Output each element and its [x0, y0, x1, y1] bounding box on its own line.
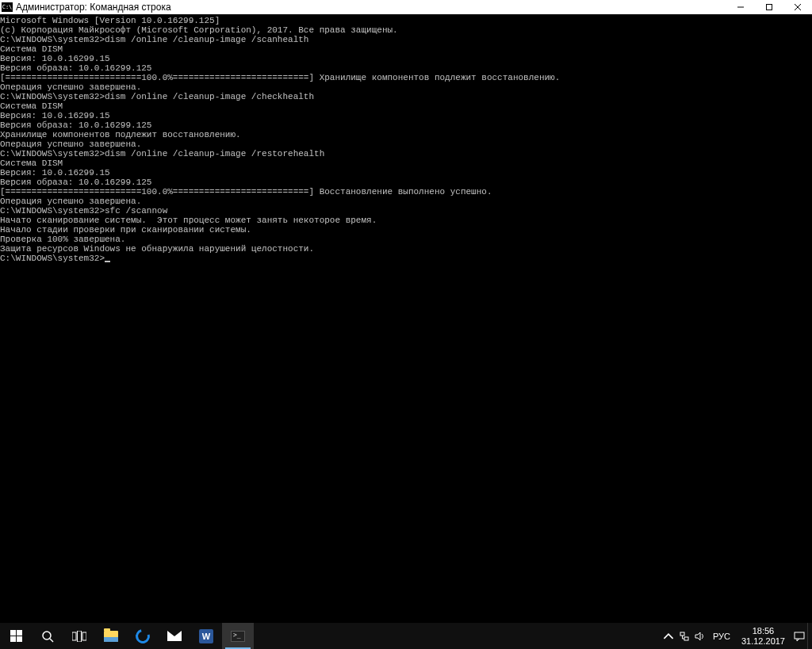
console-line: Хранилище компонентов подлежит восстанов… [0, 130, 812, 139]
svg-marker-13 [695, 632, 700, 640]
console-line: Версия образа: 10.0.16299.125 [0, 178, 812, 187]
taskbar-app-word[interactable]: W [190, 623, 222, 649]
svg-rect-8 [82, 632, 86, 640]
tray-date: 31.12.2017 [741, 636, 785, 647]
search-button[interactable] [32, 623, 63, 649]
show-desktop-button[interactable] [807, 623, 812, 649]
console-line: Проверка 100% завершена. [0, 235, 812, 244]
minimize-button[interactable] [726, 0, 755, 14]
close-button[interactable] [783, 0, 812, 14]
console-line: Microsoft Windows [Version 10.0.16299.12… [0, 16, 812, 25]
console-line: Операция успешно завершена. [0, 197, 812, 206]
console-line: Версия образа: 10.0.16299.125 [0, 120, 812, 130]
svg-point-4 [43, 632, 51, 639]
console-line: C:\WINDOWS\system32>sfc /scannow [0, 206, 812, 216]
tray-action-center-button[interactable] [791, 623, 807, 649]
svg-rect-1 [767, 5, 772, 10]
taskbar: W РУС 18:56 31.12.2017 [0, 623, 812, 649]
file-explorer-icon [104, 631, 118, 642]
tray-network-button[interactable] [676, 623, 692, 649]
network-icon [679, 631, 690, 642]
chevron-up-icon [663, 631, 674, 642]
tray-clock[interactable]: 18:56 31.12.2017 [735, 626, 791, 647]
word-icon: W [199, 629, 213, 643]
console-line: C:\WINDOWS\system32>dism /online /cleanu… [0, 92, 812, 101]
tray-language-button[interactable]: РУС [708, 632, 735, 641]
window-title: Администратор: Командная строка [16, 2, 171, 13]
console-line: Версия: 10.0.16299.15 [0, 168, 812, 178]
titlebar[interactable]: C:\ Администратор: Командная строка [0, 0, 812, 14]
console-line: [==========================100.0%=======… [0, 73, 812, 82]
console-line: (c) Корпорация Майкрософт (Microsoft Cor… [0, 25, 812, 35]
task-view-icon [72, 631, 86, 642]
tray-volume-button[interactable] [692, 623, 708, 649]
svg-rect-7 [78, 631, 82, 642]
tray-overflow-button[interactable] [661, 623, 676, 649]
console-line: C:\WINDOWS\system32>dism /online /cleanu… [0, 35, 812, 44]
console-line: Cистема DISM [0, 101, 812, 111]
svg-rect-6 [72, 632, 76, 640]
notification-icon [794, 631, 805, 642]
taskbar-right: РУС 18:56 31.12.2017 [661, 623, 812, 649]
console-line: Cистема DISM [0, 158, 812, 168]
cmd-window: C:\ Администратор: Командная строка Micr… [0, 0, 812, 623]
console-line: Версия образа: 10.0.16299.125 [0, 63, 812, 73]
console-line: C:\WINDOWS\system32> [0, 254, 812, 263]
cmd-icon [231, 631, 245, 642]
console-line: Операция успешно завершена. [0, 82, 812, 92]
console-line: Cистема DISM [0, 44, 812, 54]
taskbar-app-file-explorer[interactable] [95, 623, 127, 649]
svg-line-5 [50, 639, 53, 642]
console-line: C:\WINDOWS\system32>dism /online /cleanu… [0, 149, 812, 158]
tray-time: 18:56 [741, 626, 785, 636]
maximize-button[interactable] [755, 0, 783, 14]
windows-logo-icon [10, 630, 22, 642]
console-line: Начато сканирование системы. Этот процес… [0, 216, 812, 225]
console-line: Версия: 10.0.16299.15 [0, 111, 812, 120]
cursor [105, 261, 110, 262]
svg-rect-14 [795, 632, 804, 639]
mail-icon [167, 631, 182, 641]
start-button[interactable] [0, 623, 32, 649]
task-view-button[interactable] [63, 623, 95, 649]
console-line: [==========================100.0%=======… [0, 187, 812, 197]
console-output[interactable]: Microsoft Windows [Version 10.0.16299.12… [0, 14, 812, 623]
window-controls [726, 0, 812, 14]
edge-icon [133, 626, 153, 646]
taskbar-app-mail[interactable] [159, 623, 190, 649]
taskbar-left: W [0, 623, 254, 649]
taskbar-app-edge[interactable] [127, 623, 159, 649]
console-line: Защита ресурсов Windows не обнаружила на… [0, 244, 812, 254]
console-line: Начало стадии проверки при сканировании … [0, 225, 812, 235]
cmd-titlebar-icon: C:\ [2, 2, 13, 12]
console-line: Операция успешно завершена. [0, 139, 812, 149]
search-icon [41, 630, 54, 643]
svg-rect-9 [680, 632, 684, 636]
volume-icon [695, 631, 706, 642]
taskbar-app-cmd[interactable] [222, 623, 254, 649]
svg-rect-10 [684, 637, 688, 640]
console-line: Версия: 10.0.16299.15 [0, 54, 812, 63]
